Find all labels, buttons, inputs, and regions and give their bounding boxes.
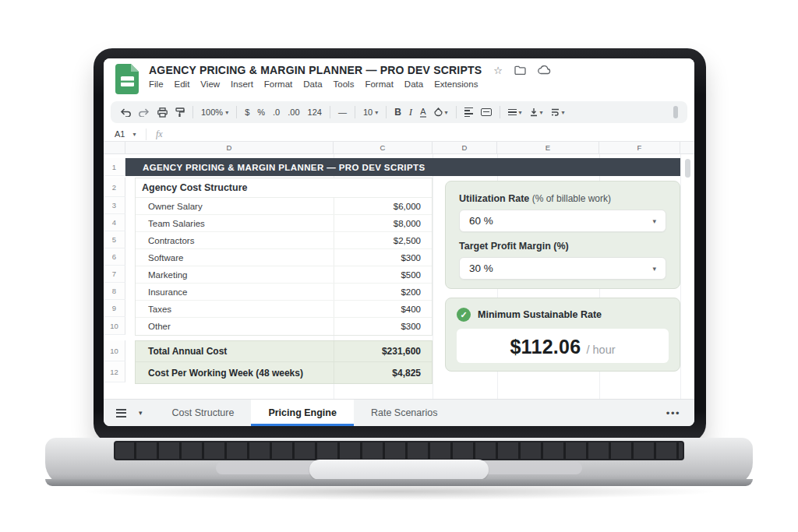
menu-edit[interactable]: Edit: [175, 79, 190, 89]
function-icon[interactable]: fx: [146, 129, 163, 140]
print-icon[interactable]: [157, 107, 168, 118]
menu-tools[interactable]: Tools: [334, 79, 355, 89]
text-wrap-menu-icon[interactable]: ▾: [551, 108, 565, 116]
row-header[interactable]: 2: [104, 178, 125, 197]
toolbar-overflow-handle[interactable]: [673, 106, 678, 118]
table-row[interactable]: Insurance $200: [136, 284, 432, 301]
column-header-c[interactable]: C: [334, 142, 433, 153]
cost-value-cell[interactable]: $500: [334, 266, 432, 283]
cost-value-cell[interactable]: $200: [334, 284, 432, 300]
menu-format-2[interactable]: Format: [365, 79, 393, 89]
font-size-select[interactable]: 10 ▾: [363, 107, 378, 117]
target-profit-margin-select[interactable]: 30 % ▾: [459, 257, 666, 280]
cell-ref-caret-icon[interactable]: ▾: [132, 131, 136, 138]
row-header[interactable]: 6: [104, 248, 125, 266]
italic-button[interactable]: I: [409, 106, 412, 118]
cost-value-cell[interactable]: $300: [334, 249, 432, 266]
total-label-cell[interactable]: Cost Per Working Week (48 weeks): [136, 368, 334, 379]
number-format-button[interactable]: 124: [308, 107, 322, 117]
cost-value-cell[interactable]: $2,500: [334, 232, 432, 248]
cost-label-cell[interactable]: Insurance: [136, 287, 334, 297]
row-header[interactable]: 9: [104, 300, 125, 317]
cost-label-cell[interactable]: Marketing: [136, 270, 334, 280]
menu-file[interactable]: File: [149, 79, 164, 89]
horizontal-align-icon[interactable]: [464, 107, 473, 117]
border-icon[interactable]: —: [338, 107, 347, 117]
table-row[interactable]: Other $300: [136, 318, 432, 335]
utilization-rate-select[interactable]: 60 % ▾: [459, 210, 666, 232]
cost-value-cell[interactable]: $8,000: [334, 215, 432, 231]
undo-icon[interactable]: [120, 108, 131, 117]
select-all-corner[interactable]: [104, 142, 125, 153]
text-color-button[interactable]: A: [420, 107, 425, 118]
sheet-banner-title: AGENCY PRICING & MARGIN PLANNER — PRO DE…: [125, 158, 680, 176]
table-row[interactable]: Team Salaries $8,000: [136, 215, 432, 232]
row-header[interactable]: 10: [104, 340, 125, 361]
move-folder-icon[interactable]: [514, 65, 526, 75]
row-header[interactable]: 3: [104, 197, 125, 214]
table-row[interactable]: Marketing $500: [136, 266, 432, 284]
cost-label-cell[interactable]: Software: [136, 253, 334, 262]
format-currency-button[interactable]: $: [245, 107, 249, 117]
cost-label-cell[interactable]: Team Salaries: [136, 219, 334, 228]
cost-label-cell[interactable]: Contractors: [136, 236, 334, 245]
row-header[interactable]: 12: [104, 361, 125, 382]
cost-value-cell[interactable]: $400: [334, 301, 432, 317]
fill-color-button[interactable]: ▾: [434, 107, 448, 117]
cost-value-cell[interactable]: $300: [334, 318, 432, 335]
cost-label-cell[interactable]: Taxes: [136, 305, 334, 314]
cost-value-cell[interactable]: $6,000: [334, 198, 432, 214]
row-header[interactable]: 10: [104, 317, 125, 335]
merge-cells-icon[interactable]: [481, 108, 492, 116]
cell-reference-box[interactable]: A1 ▾: [104, 129, 139, 139]
format-percent-button[interactable]: %: [257, 107, 265, 117]
total-row[interactable]: Cost Per Working Week (48 weeks) $4,825: [136, 362, 432, 383]
zoom-select[interactable]: 100% ▾: [201, 107, 228, 117]
increase-decimal-button[interactable]: .00: [288, 107, 299, 117]
menu-data[interactable]: Data: [303, 79, 322, 89]
decrease-decimal-button[interactable]: .0: [273, 107, 280, 117]
tab-pricing-engine[interactable]: Pricing Engine: [251, 400, 354, 426]
row-header[interactable]: 8: [104, 283, 125, 300]
total-row[interactable]: Total Annual Cost $231,600: [136, 341, 432, 362]
column-header-e[interactable]: E: [497, 142, 599, 153]
redo-icon[interactable]: [139, 108, 150, 117]
column-headers: D C D E F: [104, 142, 694, 154]
total-value-cell[interactable]: $4,825: [334, 362, 432, 383]
tab-cost-structure[interactable]: Cost Structure: [155, 400, 252, 426]
total-label-cell[interactable]: Total Annual Cost: [136, 346, 334, 357]
sheet-nav-caret-icon[interactable]: ▾: [139, 409, 143, 417]
table-row[interactable]: Taxes $400: [136, 301, 432, 318]
total-value-cell[interactable]: $231,600: [334, 341, 432, 361]
document-title[interactable]: AGENCY PRICING & MARGIN PLANNER — PRO DE…: [149, 64, 482, 76]
row-header[interactable]: 7: [104, 266, 125, 283]
app-header: AGENCY PRICING & MARGIN PLANNER — PRO DE…: [104, 58, 694, 99]
vertical-scrollbar[interactable]: [685, 159, 690, 178]
menu-data-2[interactable]: Data: [404, 79, 423, 89]
menu-insert[interactable]: Insert: [231, 79, 253, 89]
table-row[interactable]: Contractors $2,500: [136, 232, 432, 249]
tab-rate-scenarios[interactable]: Rate Scenarios: [354, 400, 454, 426]
table-row[interactable]: Software $300: [136, 249, 432, 266]
more-sheets-icon[interactable]: •••: [666, 400, 694, 426]
table-row[interactable]: Owner Salary $6,000: [136, 198, 432, 215]
cloud-status-icon[interactable]: [538, 65, 551, 75]
row-header[interactable]: 5: [104, 231, 125, 248]
paint-format-icon[interactable]: [175, 107, 185, 118]
cost-label-cell[interactable]: Other: [136, 322, 334, 331]
section-title-cell[interactable]: Agency Cost Structure: [136, 178, 432, 198]
row-header[interactable]: 4: [104, 214, 125, 231]
vertical-align-menu-icon[interactable]: ▾: [530, 108, 543, 117]
star-icon[interactable]: ☆: [493, 65, 503, 76]
menu-view[interactable]: View: [200, 79, 220, 89]
column-header-d1[interactable]: D: [125, 142, 334, 153]
row-header[interactable]: 1: [104, 158, 125, 176]
text-align-menu-icon[interactable]: ▾: [508, 109, 522, 116]
column-header-d2[interactable]: D: [433, 142, 497, 153]
column-header-f[interactable]: F: [599, 142, 680, 153]
cost-label-cell[interactable]: Owner Salary: [136, 202, 334, 211]
bold-button[interactable]: B: [394, 107, 401, 118]
all-sheets-menu-icon[interactable]: [116, 409, 126, 417]
menu-extensions[interactable]: Extensions: [434, 79, 478, 89]
menu-format[interactable]: Format: [264, 79, 292, 89]
